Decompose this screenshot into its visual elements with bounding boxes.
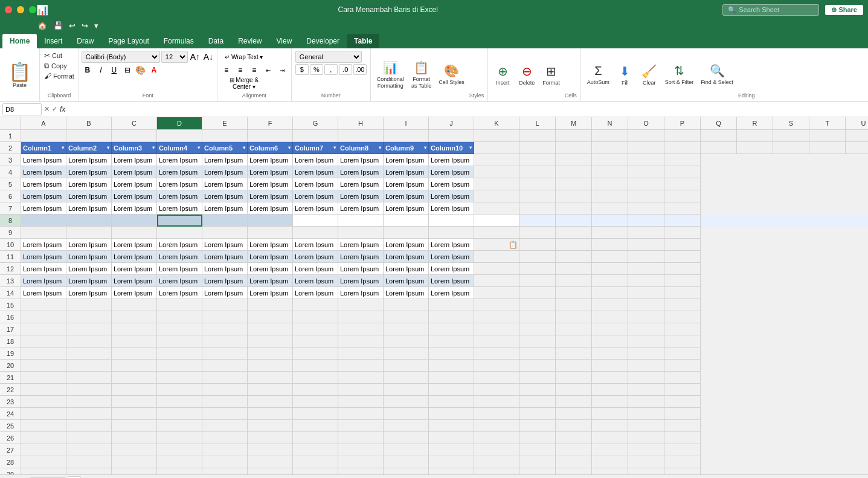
cell-O21[interactable] <box>628 372 664 384</box>
cell-K24[interactable] <box>474 408 519 420</box>
cell-I3[interactable]: Lorem Ipsum <box>384 154 429 166</box>
cell-K10[interactable]: 📋 <box>474 239 519 251</box>
cell-O13[interactable] <box>628 275 664 287</box>
cell-E26[interactable] <box>202 432 248 444</box>
cell-O6[interactable] <box>628 190 664 202</box>
decrease-indent-button[interactable]: ⇤ <box>262 64 275 76</box>
cell-D18[interactable] <box>157 335 202 347</box>
cell-L5[interactable] <box>519 178 556 190</box>
table-header-7[interactable]: Column7 ▾ <box>293 142 338 154</box>
cell-F3[interactable]: Lorem Ipsum <box>248 154 293 166</box>
cell-H3[interactable]: Lorem Ipsum <box>338 154 384 166</box>
cell-C11[interactable]: Lorem Ipsum <box>112 251 157 263</box>
cell-N19[interactable] <box>592 347 628 360</box>
cell-M17[interactable] <box>556 323 592 335</box>
cell-B20[interactable] <box>66 360 112 372</box>
cell-K13[interactable] <box>474 275 519 287</box>
cell-G12[interactable]: Lorem Ipsum <box>293 263 338 275</box>
row-num-8[interactable]: 8 <box>0 215 21 227</box>
cell-K16[interactable] <box>474 311 519 323</box>
row-num-14[interactable]: 14 <box>0 287 21 299</box>
cell-H14[interactable]: Lorem Ipsum <box>338 287 384 299</box>
cell-J3[interactable]: Lorem Ipsum <box>429 154 474 166</box>
cell-C21[interactable] <box>112 372 157 384</box>
cell-J19[interactable] <box>429 347 474 360</box>
cell-O7[interactable] <box>628 202 664 215</box>
cell-J5[interactable]: Lorem Ipsum <box>429 178 474 190</box>
cell-T2[interactable] <box>809 142 846 154</box>
cell-B23[interactable] <box>66 396 112 408</box>
tab-data[interactable]: Data <box>201 34 231 48</box>
border-button[interactable]: ⊟ <box>121 64 133 76</box>
undo-icon[interactable]: ↩ <box>68 21 77 31</box>
tab-home[interactable]: Home <box>2 34 37 48</box>
conditional-formatting-button[interactable]: 📊 ConditionalFormatting <box>375 58 407 92</box>
cell-P16[interactable] <box>664 311 701 323</box>
cell-L13[interactable] <box>519 275 556 287</box>
cell-K7[interactable] <box>474 202 519 215</box>
cell-K4[interactable] <box>474 166 519 178</box>
cell-B21[interactable] <box>66 372 112 384</box>
cell-F10[interactable]: Lorem Ipsum <box>248 239 293 251</box>
cell-F17[interactable] <box>248 323 293 335</box>
cell-B1[interactable] <box>66 130 112 142</box>
cell-I20[interactable] <box>384 360 429 372</box>
cell-B9[interactable] <box>66 227 112 239</box>
cell-L4[interactable] <box>519 166 556 178</box>
cell-F11[interactable]: Lorem Ipsum <box>248 251 293 263</box>
cell-K6[interactable] <box>474 190 519 202</box>
cell-E4[interactable]: Lorem Ipsum <box>202 166 248 178</box>
row-num-28[interactable]: 28 <box>0 456 21 468</box>
cell-F19[interactable] <box>248 347 293 360</box>
cell-F14[interactable]: Lorem Ipsum <box>248 287 293 299</box>
col-header-R[interactable]: R <box>737 117 773 129</box>
cell-G28[interactable] <box>293 456 338 468</box>
cell-O2[interactable] <box>628 142 664 154</box>
cell-K1[interactable] <box>474 130 519 142</box>
cell-J12[interactable]: Lorem Ipsum <box>429 263 474 275</box>
cell-I24[interactable] <box>384 408 429 420</box>
cell-P3[interactable] <box>664 154 701 166</box>
filter-arrow-5[interactable]: ▾ <box>243 145 245 150</box>
table-header-4[interactable]: Column4 ▾ <box>157 142 202 154</box>
font-shrink-button[interactable]: A↓ <box>202 51 214 63</box>
cell-G15[interactable] <box>293 299 338 311</box>
cell-F8[interactable] <box>248 215 293 227</box>
cell-M11[interactable] <box>556 251 592 263</box>
cell-I22[interactable] <box>384 384 429 396</box>
cell-C29[interactable] <box>112 468 157 474</box>
merge-center-button[interactable]: ⊞ Merge & Center ▾ <box>220 77 268 89</box>
cell-J22[interactable] <box>429 384 474 396</box>
cell-B29[interactable] <box>66 468 112 474</box>
cell-C10[interactable]: Lorem Ipsum <box>112 239 157 251</box>
fill-color-button[interactable]: 🎨 <box>135 64 147 76</box>
cell-J7[interactable]: Lorem Ipsum <box>429 202 474 215</box>
cell-A3[interactable]: Lorem Ipsum <box>21 154 66 166</box>
cell-D10[interactable]: Lorem Ipsum <box>157 239 202 251</box>
cell-U2[interactable] <box>846 142 868 154</box>
col-header-A[interactable]: A <box>21 117 66 129</box>
cell-B27[interactable] <box>66 444 112 456</box>
cell-B15[interactable] <box>66 299 112 311</box>
cell-J16[interactable] <box>429 311 474 323</box>
cell-D1[interactable] <box>157 130 202 142</box>
cell-L10[interactable] <box>519 239 556 251</box>
cell-I9[interactable] <box>384 227 429 239</box>
cell-G4[interactable]: Lorem Ipsum <box>293 166 338 178</box>
cell-N23[interactable] <box>592 396 628 408</box>
cell-G23[interactable] <box>293 396 338 408</box>
row-num-2[interactable]: 2 <box>0 142 21 154</box>
cell-P17[interactable] <box>664 323 701 335</box>
cell-G8[interactable] <box>293 215 338 227</box>
cell-B24[interactable] <box>66 408 112 420</box>
cell-G3[interactable]: Lorem Ipsum <box>293 154 338 166</box>
cell-P15[interactable] <box>664 299 701 311</box>
cell-P6[interactable] <box>664 190 701 202</box>
cell-L28[interactable] <box>519 456 556 468</box>
cell-C5[interactable]: Lorem Ipsum <box>112 178 157 190</box>
cell-C20[interactable] <box>112 360 157 372</box>
cell-F7[interactable]: Lorem Ipsum <box>248 202 293 215</box>
cell-H25[interactable] <box>338 420 384 432</box>
cell-H9[interactable] <box>338 227 384 239</box>
percent-button[interactable]: % <box>310 64 323 75</box>
